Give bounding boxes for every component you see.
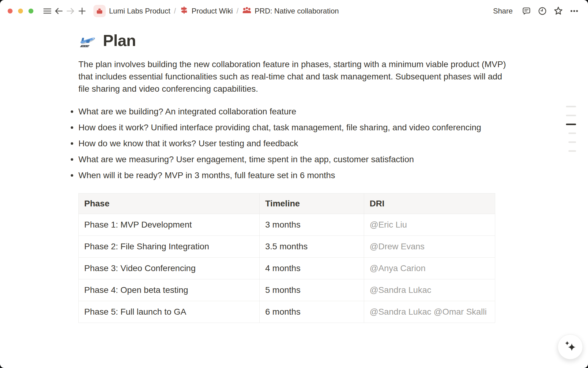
phase-cell[interactable]: Phase 2: File Sharing Integration bbox=[79, 236, 260, 258]
intro-paragraph[interactable]: The plan involves building the new colla… bbox=[78, 58, 513, 95]
back-button[interactable] bbox=[53, 5, 65, 17]
table-row: Phase 4: Open beta testing 5 months @San… bbox=[79, 279, 495, 301]
comments-button[interactable] bbox=[521, 5, 532, 17]
table-header-row: Phase Timeline DRI bbox=[79, 194, 495, 214]
bullet-item[interactable]: What are we measuring? User engagement, … bbox=[78, 151, 501, 167]
dri-cell[interactable]: @Sandra Lukac @Omar Skalli bbox=[364, 301, 495, 323]
phases-table: Phase Timeline DRI Phase 1: MVP Developm… bbox=[78, 193, 495, 323]
phase-cell[interactable]: Phase 5: Full launch to GA bbox=[79, 301, 260, 323]
sparkles-icon bbox=[564, 340, 577, 354]
table-row: Phase 1: MVP Development 3 months @Eric … bbox=[79, 214, 495, 236]
people-icon bbox=[242, 6, 251, 17]
ellipsis-icon bbox=[570, 6, 579, 16]
bullet-item[interactable]: How does it work? Unified interface prov… bbox=[78, 120, 501, 136]
outline-bar[interactable] bbox=[566, 115, 576, 116]
traffic-lights bbox=[8, 9, 33, 13]
timeline-cell[interactable]: 6 months bbox=[260, 301, 364, 323]
breadcrumb-label: Lumi Labs Product bbox=[109, 7, 170, 15]
table-row: Phase 2: File Sharing Integration 3.5 mo… bbox=[79, 236, 495, 258]
plus-icon bbox=[78, 7, 86, 15]
timeline-cell[interactable]: 3 months bbox=[260, 214, 364, 236]
star-icon bbox=[553, 6, 563, 16]
column-header-timeline[interactable]: Timeline bbox=[260, 194, 364, 214]
breadcrumb-item-workspace[interactable]: Lumi Labs Product bbox=[92, 4, 172, 18]
forward-button[interactable] bbox=[65, 5, 76, 17]
timeline-cell[interactable]: 3.5 months bbox=[260, 236, 364, 258]
titlebar: Lumi Labs Product / Product Wiki / PRD: … bbox=[0, 0, 588, 22]
column-header-dri[interactable]: DRI bbox=[364, 194, 495, 214]
timeline-cell[interactable]: 4 months bbox=[260, 258, 364, 279]
dri-cell[interactable]: @Sandra Lukac bbox=[364, 279, 495, 301]
comment-icon bbox=[522, 6, 531, 16]
bullet-item[interactable]: When will it be ready? MVP in 3 months, … bbox=[78, 167, 501, 183]
titlebar-actions: Share bbox=[489, 5, 580, 17]
outline-bar[interactable] bbox=[568, 141, 576, 143]
breadcrumb-label: Product Wiki bbox=[192, 7, 233, 15]
breadcrumb-separator: / bbox=[235, 7, 240, 15]
outline-bar[interactable] bbox=[568, 150, 576, 152]
breadcrumb-item-product-wiki[interactable]: Product Wiki bbox=[178, 5, 235, 17]
back-arrow-icon bbox=[55, 7, 63, 15]
bullet-list: What are we building? An integrated coll… bbox=[78, 104, 513, 183]
dri-cell[interactable]: @Anya Carion bbox=[364, 258, 495, 279]
more-options-button[interactable] bbox=[568, 5, 580, 17]
close-window-button[interactable] bbox=[8, 9, 13, 13]
notion-window: Lumi Labs Product / Product Wiki / PRD: … bbox=[0, 0, 588, 368]
zoom-window-button[interactable] bbox=[28, 9, 33, 13]
dri-cell[interactable]: @Eric Liu bbox=[364, 214, 495, 236]
column-header-phase[interactable]: Phase bbox=[79, 194, 260, 214]
sidebar-toggle-button[interactable] bbox=[41, 5, 53, 17]
table-row: Phase 3: Video Conferencing 4 months @An… bbox=[79, 258, 495, 279]
phase-cell[interactable]: Phase 3: Video Conferencing bbox=[79, 258, 260, 279]
bullet-item[interactable]: What are we building? An integrated coll… bbox=[78, 104, 501, 120]
phase-cell[interactable]: Phase 4: Open beta testing bbox=[79, 279, 260, 301]
outline-bar[interactable] bbox=[566, 106, 576, 107]
timeline-cell[interactable]: 5 months bbox=[260, 279, 364, 301]
outline-bar[interactable] bbox=[568, 132, 576, 134]
briefcase-icon bbox=[93, 5, 106, 17]
new-page-button[interactable] bbox=[76, 5, 88, 17]
forward-arrow-icon bbox=[66, 7, 75, 15]
breadcrumb-label: PRD: Native collaboration bbox=[255, 7, 339, 15]
share-button[interactable]: Share bbox=[489, 5, 516, 17]
page-content: Plan The plan involves building the new … bbox=[78, 31, 513, 323]
phase-cell[interactable]: Phase 1: MVP Development bbox=[79, 214, 260, 236]
breadcrumb-item-current-page[interactable]: PRD: Native collaboration bbox=[240, 4, 341, 18]
page-title-text[interactable]: Plan bbox=[103, 31, 136, 50]
signpost-icon bbox=[180, 6, 188, 16]
notion-ai-button[interactable] bbox=[558, 334, 583, 359]
hamburger-icon bbox=[43, 7, 51, 15]
page-outline-indicator bbox=[566, 106, 576, 152]
table-row: Phase 5: Full launch to GA 6 months @San… bbox=[79, 301, 495, 323]
clock-icon bbox=[538, 6, 547, 16]
dri-cell[interactable]: @Drew Evans bbox=[364, 236, 495, 258]
breadcrumb: Lumi Labs Product / Product Wiki / PRD: … bbox=[92, 4, 341, 18]
breadcrumb-separator: / bbox=[172, 7, 178, 15]
outline-bar[interactable] bbox=[566, 124, 576, 125]
airplane-departure-icon[interactable] bbox=[78, 32, 97, 49]
page-title: Plan bbox=[78, 31, 513, 50]
updates-button[interactable] bbox=[537, 5, 548, 17]
bullet-item[interactable]: How do we know that it works? User testi… bbox=[78, 136, 501, 151]
favorite-button[interactable] bbox=[552, 5, 564, 17]
minimize-window-button[interactable] bbox=[18, 9, 23, 13]
